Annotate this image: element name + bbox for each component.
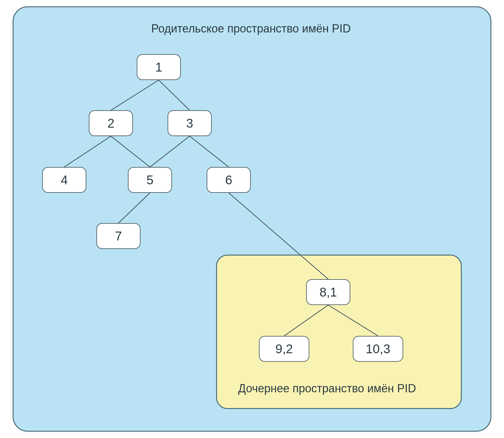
pid-node-n10: 10,3 — [353, 336, 403, 362]
pid-node-n4: 4 — [42, 167, 86, 193]
pid-node-n2: 2 — [89, 110, 133, 136]
pid-node-n5: 5 — [128, 167, 172, 193]
pid-node-n3: 3 — [168, 110, 212, 136]
child-namespace-title: Дочернее пространство имён PID — [238, 382, 416, 395]
pid-node-n9: 9,2 — [259, 336, 309, 362]
parent-namespace-title: Родительское пространство имён PID — [151, 22, 351, 35]
diagram-canvas: Родительское пространство имён PID Дочер… — [0, 0, 504, 438]
pid-node-n7: 7 — [96, 223, 140, 249]
pid-node-n1: 1 — [137, 54, 181, 80]
pid-node-n6: 6 — [207, 167, 251, 193]
pid-node-n8: 8,1 — [306, 279, 350, 305]
